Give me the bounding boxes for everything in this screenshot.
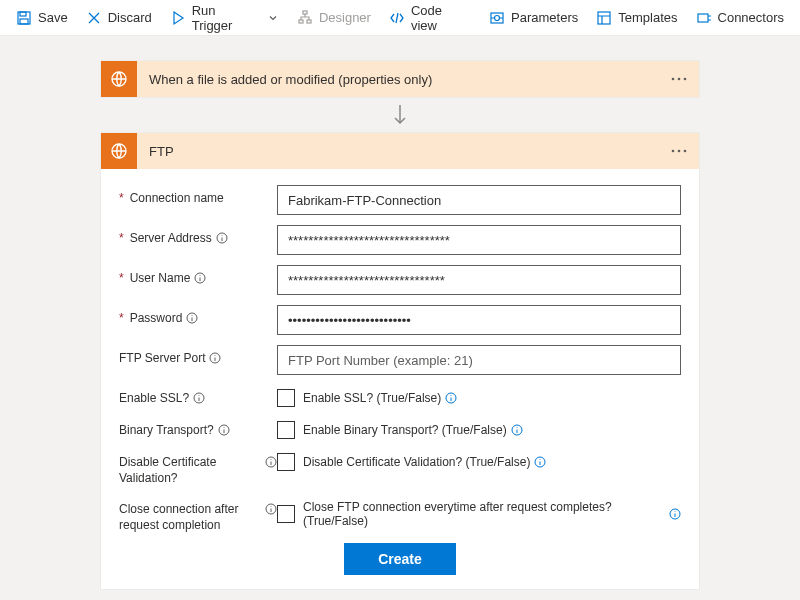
discard-button[interactable]: Discard [78,6,160,30]
svg-point-16 [678,150,681,153]
save-icon [16,10,32,26]
info-icon[interactable] [216,232,228,244]
user-name-label: *User Name [119,265,277,287]
code-icon [389,10,405,26]
connectors-label: Connectors [718,10,784,25]
ftp-port-label: FTP Server Port [119,345,277,367]
ftp-header[interactable]: FTP [101,133,699,169]
password-label: *Password [119,305,277,327]
parameters-label: Parameters [511,10,578,25]
enable-ssl-checkbox[interactable] [277,389,295,407]
info-icon[interactable] [265,456,277,468]
svg-rect-1 [20,12,26,16]
server-address-label: *Server Address [119,225,277,247]
templates-icon [596,10,612,26]
save-label: Save [38,10,68,25]
connection-name-label: *Connection name [119,185,277,207]
close-conn-checkbox[interactable] [277,505,295,523]
ftp-menu-button[interactable] [667,139,691,163]
enable-ssl-check-label: Enable SSL? (True/False) [303,391,457,405]
disable-cert-check-label: Disable Certificate Validation? (True/Fa… [303,455,546,469]
designer-label: Designer [319,10,371,25]
info-icon[interactable] [445,392,457,404]
close-conn-row: Close connection after request completio… [119,496,681,533]
info-icon[interactable] [186,312,198,324]
ftp-port-input[interactable] [277,345,681,375]
server-address-input[interactable] [277,225,681,255]
info-icon[interactable] [193,392,205,404]
connection-name-input[interactable] [277,185,681,215]
server-address-row: *Server Address [119,225,681,255]
disable-cert-checkbox[interactable] [277,453,295,471]
parameters-icon [489,10,505,26]
trigger-header: When a file is added or modified (proper… [101,61,699,97]
trigger-title: When a file is added or modified (proper… [137,72,667,87]
run-trigger-button[interactable]: Run Trigger [162,0,287,37]
play-icon [170,10,186,26]
templates-label: Templates [618,10,677,25]
discard-icon [86,10,102,26]
enable-ssl-label: Enable SSL? [119,385,277,407]
ftp-port-row: FTP Server Port [119,345,681,375]
svg-point-7 [495,15,500,20]
toolbar: Save Discard Run Trigger Designer Code v… [0,0,800,36]
password-input[interactable] [277,305,681,335]
svg-point-12 [678,78,681,81]
svg-rect-3 [303,11,307,14]
info-icon[interactable] [511,424,523,436]
enable-ssl-row: Enable SSL? Enable SSL? (True/False) [119,385,681,407]
svg-rect-5 [307,20,311,23]
close-conn-label: Close connection after request completio… [119,496,277,533]
run-trigger-label: Run Trigger [192,3,259,33]
parameters-button[interactable]: Parameters [481,6,586,30]
templates-button[interactable]: Templates [588,6,685,30]
info-icon[interactable] [209,352,221,364]
svg-rect-9 [698,14,708,22]
ftp-title: FTP [137,144,667,159]
svg-point-13 [684,78,687,81]
svg-rect-4 [299,20,303,23]
disable-cert-label: Disable Certificate Validation? [119,449,277,486]
discard-label: Discard [108,10,152,25]
binary-transport-check-label: Enable Binary Transport? (True/False) [303,423,523,437]
svg-point-15 [672,150,675,153]
user-name-input[interactable] [277,265,681,295]
trigger-menu-button[interactable] [667,67,691,91]
create-button[interactable]: Create [344,543,456,575]
binary-transport-label: Binary Transport? [119,417,277,439]
info-icon[interactable] [534,456,546,468]
code-view-label: Code view [411,3,471,33]
disable-cert-row: Disable Certificate Validation? Disable … [119,449,681,486]
info-icon[interactable] [669,508,681,520]
binary-transport-row: Binary Transport? Enable Binary Transpor… [119,417,681,439]
trigger-card[interactable]: When a file is added or modified (proper… [100,60,700,98]
ftp-form: *Connection name *Server Address *User N… [101,169,699,589]
connectors-icon [696,10,712,26]
svg-point-17 [684,150,687,153]
info-icon[interactable] [194,272,206,284]
svg-point-11 [672,78,675,81]
connectors-button[interactable]: Connectors [688,6,792,30]
flow-arrow-icon [385,100,415,130]
info-icon[interactable] [218,424,230,436]
designer-icon [297,10,313,26]
connection-name-row: *Connection name [119,185,681,215]
ftp-connector-icon [101,61,137,97]
svg-rect-2 [20,19,28,24]
user-name-row: *User Name [119,265,681,295]
designer-button: Designer [289,6,379,30]
designer-canvas: When a file is added or modified (proper… [0,36,800,600]
ftp-action-card: FTP *Connection name *Server Address *Us… [100,132,700,590]
code-view-button[interactable]: Code view [381,0,479,37]
close-conn-check-label: Close FTP connection everytime after req… [303,500,681,528]
ftp-connector-icon [101,133,137,169]
info-icon[interactable] [265,503,277,515]
save-button[interactable]: Save [8,6,76,30]
chevron-down-icon [267,12,279,24]
binary-transport-checkbox[interactable] [277,421,295,439]
password-row: *Password [119,305,681,335]
svg-rect-8 [598,12,610,24]
